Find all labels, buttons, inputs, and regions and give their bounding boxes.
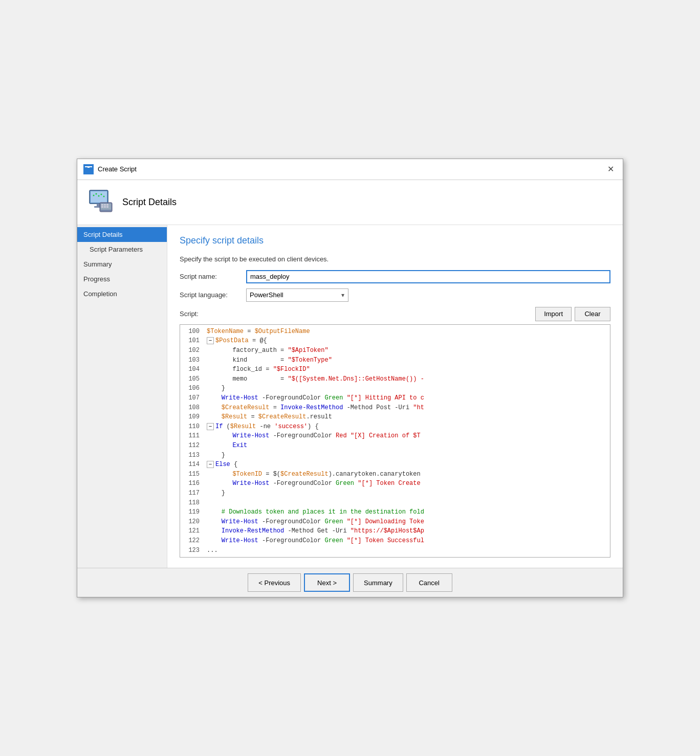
svg-point-14 [93,194,95,196]
table-row: 116 Write-Host -ForegroundColor Green "[… [180,479,610,488]
sidebar-item-summary[interactable]: Summary [77,257,167,272]
svg-point-18 [103,195,105,197]
import-button[interactable]: Import [535,307,572,321]
svg-rect-13 [106,206,108,208]
next-button[interactable]: Next > [304,573,350,592]
previous-button[interactable]: < Previous [248,573,301,592]
svg-rect-10 [106,204,108,206]
svg-point-17 [101,193,102,195]
table-row: 119 # Downloads token and places it in t… [180,507,610,517]
title-bar: Create Script ✕ [77,159,623,180]
svg-rect-3 [91,191,107,203]
table-row: 114 −Else { [180,460,610,470]
table-row: 101 −$PostData = @{ [180,336,610,346]
dialog-icon [83,164,94,174]
table-row: 106 } [180,384,610,393]
title-bar-left: Create Script [83,164,137,174]
script-language-select[interactable]: PowerShell VBScript JavaScript [246,288,348,302]
svg-rect-11 [101,206,103,208]
content-area: Specify script details Specify the scrip… [167,225,623,568]
main-content: Script Details Script Parameters Summary… [77,225,623,568]
description: Specify the script to be executed on cli… [180,255,610,263]
script-buttons: Import Clear [535,307,610,321]
script-label: Script: [180,310,246,318]
table-row: 123 ... [180,546,610,555]
tree-collapse-icon[interactable]: − [207,337,214,344]
table-row: 107 Write-Host -ForegroundColor Green "[… [180,393,610,403]
svg-point-15 [96,193,97,194]
sidebar-item-progress[interactable]: Progress [77,272,167,286]
table-row: 112 Exit [180,441,610,451]
code-area-wrapper: 100 $TokenName = $OutputFileName 101 −$P… [180,324,610,558]
clear-button[interactable]: Clear [575,307,610,321]
create-script-dialog: Create Script ✕ [77,159,623,597]
sidebar-item-script-parameters[interactable]: Script Parameters [77,242,167,257]
table-row: 100 $TokenName = $OutputFileName [180,327,610,337]
footer: < Previous Next > Summary Cancel [77,568,623,597]
table-row: 111 Write-Host -ForegroundColor Red "[X]… [180,431,610,441]
table-row: 105 memo = "$([System.Net.Dns]::GetHostN… [180,374,610,384]
table-row: 117 } [180,488,610,498]
script-language-select-wrapper: PowerShell VBScript JavaScript [246,288,348,302]
tree-collapse-icon-2[interactable]: − [207,423,214,430]
tree-collapse-icon-3[interactable]: − [207,461,214,468]
script-row: Script: Import Clear [180,307,610,321]
script-language-label: Script language: [180,291,246,299]
svg-rect-0 [85,166,92,167]
header-title: Script Details [122,197,177,208]
cancel-button[interactable]: Cancel [406,573,452,592]
code-scroll[interactable]: 100 $TokenName = $OutputFileName 101 −$P… [180,325,610,557]
table-row: 118 [180,498,610,508]
script-name-input[interactable] [246,270,610,283]
table-row: 113 } [180,451,610,460]
table-row: 104 flock_id = "$FlockID" [180,365,610,374]
table-row: 121 Invoke-RestMethod -Method Get -Uri "… [180,526,610,536]
sidebar-item-script-details[interactable]: Script Details [77,227,167,242]
table-row: 108 $CreateResult = Invoke-RestMethod -M… [180,403,610,413]
content-title: Specify script details [180,235,610,246]
svg-rect-9 [104,204,106,206]
code-display: 100 $TokenName = $OutputFileName 101 −$P… [180,325,610,557]
table-row: 110 −If ($Result -ne 'success') { [180,422,610,432]
table-row: 122 Write-Host -ForegroundColor Green "[… [180,536,610,546]
script-name-row: Script name: [180,270,610,283]
header-computer-icon [88,188,114,216]
script-name-label: Script name: [180,273,246,280]
table-row: 102 factory_auth = "$ApiToken" [180,346,610,355]
summary-button[interactable]: Summary [353,573,403,592]
table-row: 109 $Result = $CreateResult.result [180,412,610,422]
table-row: 115 $TokenID = $($CreateResult).canaryto… [180,470,610,479]
table-row: 103 kind = "$TokenType" [180,355,610,365]
svg-rect-8 [101,204,103,206]
script-language-row: Script language: PowerShell VBScript Jav… [180,288,610,302]
header-section: Script Details [77,180,623,225]
svg-rect-12 [104,206,106,208]
sidebar-item-completion[interactable]: Completion [77,286,167,301]
table-row: 120 Write-Host -ForegroundColor Green "[… [180,517,610,527]
dialog-title: Create Script [98,165,137,173]
svg-rect-1 [88,167,90,168]
sidebar: Script Details Script Parameters Summary… [77,225,167,568]
svg-point-16 [98,195,100,196]
close-button[interactable]: ✕ [604,163,617,175]
